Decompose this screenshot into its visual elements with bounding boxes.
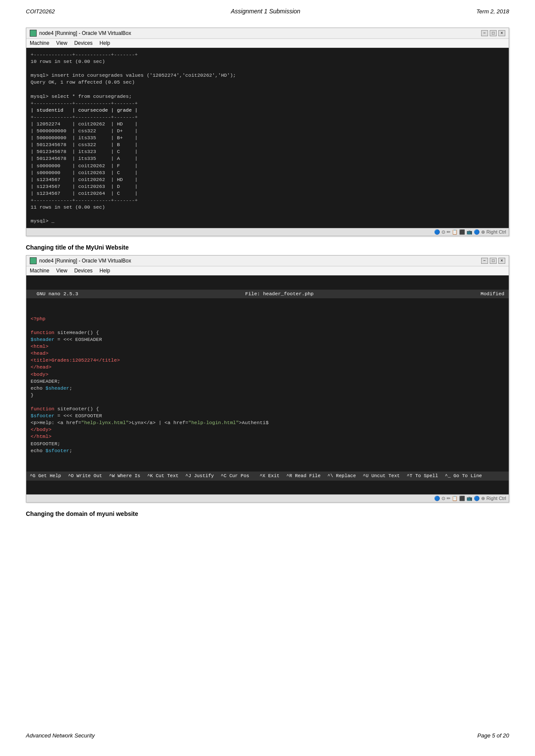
vbox-titlebar-2: node4 [Running] - Oracle VM VirtualBox −… [26, 256, 509, 266]
nano-cmd: ^\ Replace [328, 473, 356, 479]
footer-right: Page 5 of 20 [477, 732, 509, 739]
nano-modified: Modified [481, 291, 504, 297]
close-button-1[interactable]: × [498, 30, 505, 36]
vbox-menubar-2: Machine View Devices Help [26, 266, 509, 275]
menu-devices-2[interactable]: Devices [74, 268, 93, 274]
vbox-statusbar-1: 🔵 ⊙ ✏ 📋 ⬛ 📺 🔵 ⊕ Right Ctrl [26, 228, 509, 236]
minimize-button-2[interactable]: − [481, 258, 488, 264]
menu-devices-1[interactable]: Devices [74, 40, 93, 46]
section2-title: Changing title of the MyUni Website [26, 244, 509, 251]
nano-footer: ^G Get Help^O Write Out^W Where Is^K Cut… [26, 472, 509, 481]
menu-machine-2[interactable]: Machine [30, 268, 49, 274]
page-header: COIT20262 Assignment 1 Submission Term 2… [0, 0, 535, 19]
header-title: Assignment 1 Submission [231, 8, 300, 15]
nano-cmd: ^_ Go To Line [445, 473, 482, 479]
nano-cmd: ^X Exit [260, 473, 279, 479]
nano-cmd: ^U Uncut Text [363, 473, 400, 479]
nano-cmd: ^K Cut Text [147, 473, 178, 479]
terminal-1: +-------------+------------+-------+ 10 … [26, 48, 509, 228]
menu-help-1[interactable]: Help [100, 40, 110, 46]
vbox-title-text-1: node4 [Running] - Oracle VM VirtualBox [39, 30, 131, 36]
nano-cmd: ^C Cur Pos [221, 473, 249, 479]
vbox-window-2: node4 [Running] - Oracle VM VirtualBox −… [26, 255, 509, 503]
vbox-titlebar-right-1[interactable]: − □ × [481, 30, 505, 36]
vbox-icon-2 [30, 257, 37, 264]
nano-cmd: ^O Write Out [68, 473, 102, 479]
vbox-window-1: node4 [Running] - Oracle VM VirtualBox −… [26, 28, 509, 236]
nano-filename: File: header_footer.php [245, 291, 314, 297]
maximize-button-2[interactable]: □ [490, 258, 497, 264]
header-course: COIT20262 [26, 8, 55, 15]
nano-cmd: ^T To Spell [407, 473, 438, 479]
vbox-titlebar-left-1: node4 [Running] - Oracle VM VirtualBox [30, 30, 131, 37]
vbox-icon-1 [30, 30, 37, 37]
footer-left: Advanced Network Security [26, 732, 95, 739]
menu-machine-1[interactable]: Machine [30, 40, 49, 46]
vbox-menubar-1: Machine View Devices Help [26, 39, 509, 48]
menu-help-2[interactable]: Help [100, 268, 110, 274]
nano-cmd: ^W Where Is [109, 473, 141, 479]
main-content: node4 [Running] - Oracle VM VirtualBox −… [0, 19, 535, 530]
nano-cmd: ^G Get Help [30, 473, 61, 479]
vbox-titlebar-1: node4 [Running] - Oracle VM VirtualBox −… [26, 28, 509, 39]
nano-cmd: ^R Read File [286, 473, 320, 479]
vbox-title-text-2: node4 [Running] - Oracle VM VirtualBox [39, 258, 131, 264]
nano-header: GNU nano 2.5.3 File: header_footer.php M… [26, 290, 509, 298]
section3-title: Changing the domain of myuni website [26, 510, 509, 517]
status-icons-1: 🔵 ⊙ ✏ 📋 ⬛ 📺 🔵 ⊕ Right Ctrl [434, 229, 506, 235]
menu-view-2[interactable]: View [56, 268, 67, 274]
maximize-button-1[interactable]: □ [490, 30, 497, 36]
nano-version: GNU nano 2.5.3 [31, 291, 78, 297]
page-footer: Advanced Network Security Page 5 of 20 [0, 728, 535, 743]
nano-body: <?php function siteHeader() { $sheader =… [26, 312, 509, 458]
close-button-2[interactable]: × [498, 258, 505, 264]
nano-editor: GNU nano 2.5.3 File: header_footer.php M… [26, 275, 509, 494]
nano-cmd: ^J Justify [185, 473, 214, 479]
minimize-button-1[interactable]: − [481, 30, 488, 36]
vbox-statusbar-2: 🔵 ⊙ ✏ 📋 ⬛ 📺 🔵 ⊕ Right Ctrl [26, 494, 509, 502]
header-term: Term 2, 2018 [476, 8, 509, 15]
vbox-titlebar-left-2: node4 [Running] - Oracle VM VirtualBox [30, 257, 131, 264]
status-icons-2: 🔵 ⊙ ✏ 📋 ⬛ 📺 🔵 ⊕ Right Ctrl [434, 496, 506, 501]
menu-view-1[interactable]: View [56, 40, 67, 46]
vbox-titlebar-right-2[interactable]: − □ × [481, 258, 505, 264]
